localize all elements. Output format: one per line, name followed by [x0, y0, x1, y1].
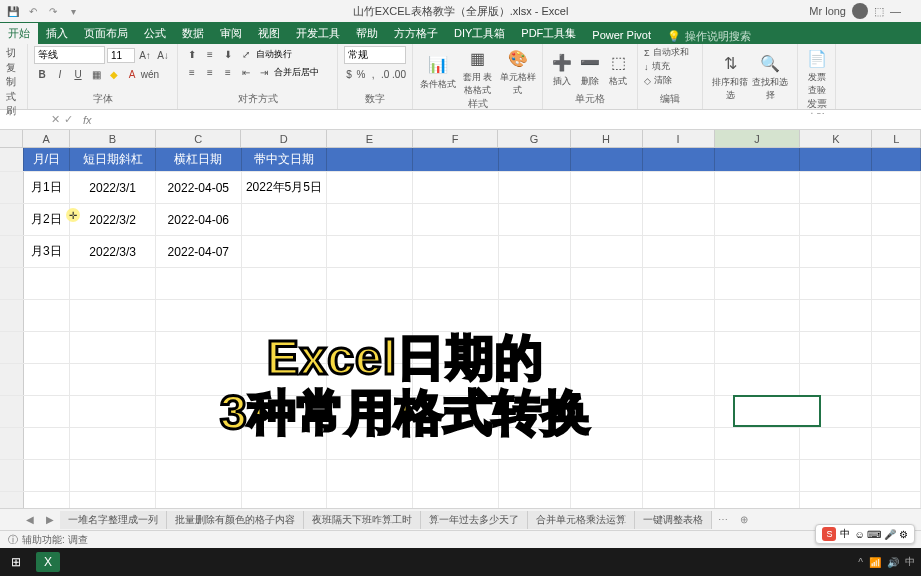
cell[interactable] — [643, 148, 715, 171]
align-right-icon[interactable]: ≡ — [220, 64, 236, 80]
cell[interactable] — [327, 148, 413, 171]
col-header-C[interactable]: C — [156, 130, 242, 147]
sheet-nav-prev-icon[interactable]: ◀ — [20, 514, 40, 525]
tab-pdf[interactable]: PDF工具集 — [513, 23, 584, 44]
cell[interactable] — [24, 332, 71, 363]
cell[interactable] — [499, 460, 571, 491]
tray-ime-icon[interactable]: 中 — [905, 555, 915, 569]
cell[interactable] — [70, 300, 156, 331]
tab-layout[interactable]: 页面布局 — [76, 23, 136, 44]
start-icon[interactable]: ⊞ — [4, 552, 28, 572]
cell[interactable] — [24, 492, 71, 508]
cell[interactable] — [643, 268, 715, 299]
align-center-icon[interactable]: ≡ — [202, 64, 218, 80]
cell[interactable] — [872, 268, 921, 299]
cell[interactable] — [413, 460, 499, 491]
cell[interactable] — [643, 492, 715, 508]
cell[interactable] — [800, 268, 872, 299]
wrap-text-button[interactable]: 自动换行 — [256, 48, 292, 61]
cell[interactable] — [872, 332, 921, 363]
cell[interactable] — [499, 204, 571, 235]
cell[interactable] — [643, 396, 715, 427]
col-header-E[interactable]: E — [327, 130, 413, 147]
tab-ffgz[interactable]: 方方格子 — [386, 23, 446, 44]
fx-icon[interactable]: fx — [79, 114, 96, 126]
cell[interactable] — [70, 492, 156, 508]
cell[interactable] — [643, 204, 715, 235]
cell[interactable] — [242, 268, 328, 299]
cell[interactable] — [413, 300, 499, 331]
cell[interactable] — [499, 172, 571, 203]
redo-icon[interactable]: ↷ — [46, 4, 60, 18]
cell[interactable] — [156, 268, 242, 299]
tab-diy[interactable]: DIY工具箱 — [446, 23, 513, 44]
cell[interactable] — [872, 300, 921, 331]
cell[interactable] — [571, 172, 643, 203]
font-family-select[interactable]: 等线 — [34, 46, 105, 64]
bold-icon[interactable]: B — [34, 66, 50, 82]
cell[interactable] — [872, 204, 921, 235]
cell[interactable] — [643, 172, 715, 203]
tray-wifi-icon[interactable]: 📶 — [869, 557, 881, 568]
accept-formula-icon[interactable]: ✓ — [64, 113, 73, 126]
cell[interactable] — [70, 364, 156, 395]
qat-more-icon[interactable]: ▾ — [66, 4, 80, 18]
tab-insert[interactable]: 插入 — [38, 23, 76, 44]
cell[interactable] — [800, 148, 872, 171]
orientation-icon[interactable]: ⤢ — [238, 46, 254, 62]
cell[interactable] — [413, 204, 499, 235]
cell[interactable] — [571, 300, 643, 331]
cell[interactable] — [800, 204, 872, 235]
cell[interactable] — [499, 300, 571, 331]
cell[interactable] — [24, 396, 71, 427]
grow-font-icon[interactable]: A↑ — [137, 47, 153, 63]
borders-icon[interactable]: ▦ — [88, 66, 104, 82]
cell[interactable] — [872, 364, 921, 395]
tab-dev[interactable]: 开发工具 — [288, 23, 348, 44]
inc-decimal-icon[interactable]: .0 — [380, 66, 390, 82]
cell[interactable] — [715, 364, 801, 395]
format-cells-button[interactable]: ⬚格式 — [605, 50, 631, 88]
tab-review[interactable]: 审阅 — [212, 23, 250, 44]
cell[interactable]: 2022-04-07 — [156, 236, 242, 267]
cell[interactable] — [715, 300, 801, 331]
sheet-tab[interactable]: 合并单元格乘法运算 — [528, 511, 635, 529]
cell[interactable] — [800, 236, 872, 267]
sheet-tab[interactable]: 算一年过去多少天了 — [421, 511, 528, 529]
cell[interactable] — [643, 428, 715, 459]
col-header-K[interactable]: K — [800, 130, 872, 147]
cell[interactable]: 月1日 — [24, 172, 71, 203]
cell[interactable] — [24, 460, 71, 491]
col-header-I[interactable]: I — [643, 130, 715, 147]
cell[interactable] — [571, 268, 643, 299]
cell[interactable] — [872, 428, 921, 459]
avatar[interactable] — [852, 3, 868, 19]
cell-styles-button[interactable]: 🎨单元格样式 — [500, 46, 536, 97]
system-tray[interactable]: ^ 📶 🔊 中 — [858, 555, 915, 569]
cell[interactable] — [715, 268, 801, 299]
underline-icon[interactable]: U — [70, 66, 86, 82]
cell[interactable]: 2022/3/1 — [70, 172, 156, 203]
align-left-icon[interactable]: ≡ — [184, 64, 200, 80]
tab-help[interactable]: 帮助 — [348, 23, 386, 44]
copy-button[interactable]: 复制 — [6, 61, 21, 89]
delete-cells-button[interactable]: ➖删除 — [577, 50, 603, 88]
col-header-D[interactable]: D — [241, 130, 327, 147]
cell[interactable] — [571, 204, 643, 235]
cell[interactable] — [499, 268, 571, 299]
cell[interactable] — [413, 148, 499, 171]
cell[interactable] — [872, 236, 921, 267]
fill-button[interactable]: ↓填充 — [644, 60, 696, 73]
cell[interactable] — [872, 172, 921, 203]
cell[interactable] — [643, 236, 715, 267]
phonetic-icon[interactable]: wén — [142, 66, 158, 82]
sheet-nav-next-icon[interactable]: ▶ — [40, 514, 60, 525]
cell[interactable]: 月2日 — [24, 204, 71, 235]
cell[interactable] — [499, 148, 571, 171]
merge-button[interactable]: 合并后居中 — [274, 66, 319, 79]
cell[interactable] — [872, 148, 921, 171]
cell[interactable] — [24, 428, 71, 459]
sheet-tab[interactable]: 一键调整表格 — [635, 511, 712, 529]
ime-badge[interactable]: S 中 ☺ ⌨ 🎤 ⚙ — [815, 524, 915, 544]
cell[interactable] — [242, 492, 328, 508]
